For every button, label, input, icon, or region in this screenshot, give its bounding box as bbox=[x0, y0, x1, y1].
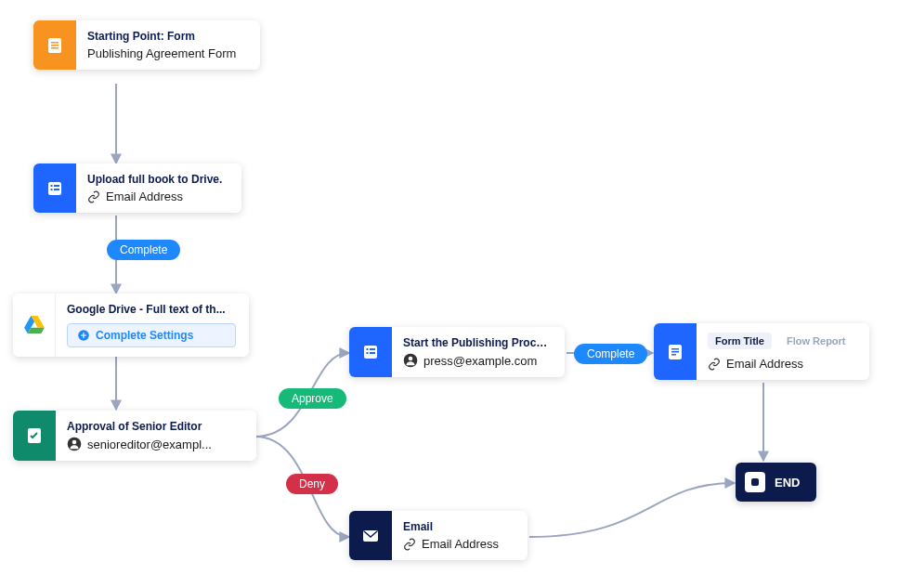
badge-complete-2: Complete bbox=[574, 344, 647, 364]
link-icon bbox=[87, 190, 100, 203]
publish-title: Start the Publishing Process bbox=[403, 336, 552, 349]
svg-rect-3 bbox=[51, 47, 59, 49]
approval-user: senioreditor@exampl... bbox=[87, 438, 212, 451]
upload-title: Upload full book to Drive. bbox=[87, 173, 222, 186]
user-icon bbox=[403, 353, 418, 368]
end-label: END bbox=[775, 476, 800, 490]
svg-rect-5 bbox=[51, 185, 53, 187]
form-icon bbox=[33, 20, 76, 70]
plus-circle-icon bbox=[77, 329, 90, 342]
task-icon bbox=[33, 163, 76, 213]
node-approval[interactable]: Approval of Senior Editor senioreditor@e… bbox=[13, 411, 256, 461]
approval-icon bbox=[13, 411, 56, 461]
svg-point-19 bbox=[409, 357, 413, 361]
drive-title: Google Drive - Full text of th... bbox=[67, 303, 236, 316]
workflow-canvas[interactable]: Starting Point: Form Publishing Agreemen… bbox=[0, 0, 899, 588]
node-upload[interactable]: Upload full book to Drive. Email Address bbox=[33, 163, 241, 213]
approval-title: Approval of Senior Editor bbox=[67, 420, 212, 433]
svg-rect-22 bbox=[671, 351, 679, 353]
stop-icon bbox=[745, 472, 765, 492]
svg-rect-23 bbox=[671, 354, 676, 356]
svg-rect-2 bbox=[51, 45, 59, 46]
svg-rect-7 bbox=[51, 189, 53, 190]
svg-rect-1 bbox=[51, 42, 59, 44]
upload-link-label: Email Address bbox=[106, 189, 183, 203]
tag-flow-report[interactable]: Flow Report bbox=[779, 333, 853, 349]
user-icon bbox=[67, 437, 82, 451]
report-link-label: Email Address bbox=[726, 357, 803, 371]
email-title: Email bbox=[403, 520, 499, 533]
start-title: Starting Point: Form bbox=[87, 30, 236, 43]
email-link-label: Email Address bbox=[422, 537, 499, 551]
svg-point-12 bbox=[72, 440, 77, 445]
svg-rect-15 bbox=[370, 348, 375, 350]
settings-button-label: Complete Settings bbox=[96, 329, 193, 342]
svg-rect-21 bbox=[671, 348, 679, 350]
link-icon bbox=[708, 358, 721, 371]
node-start-form[interactable]: Starting Point: Form Publishing Agreemen… bbox=[33, 20, 260, 70]
report-icon bbox=[654, 323, 697, 380]
svg-rect-6 bbox=[54, 185, 59, 187]
badge-approve: Approve bbox=[279, 388, 346, 409]
tag-form-title[interactable]: Form Title bbox=[708, 333, 772, 349]
link-icon bbox=[403, 538, 416, 551]
svg-rect-17 bbox=[370, 352, 375, 354]
badge-deny: Deny bbox=[286, 474, 338, 494]
node-end[interactable]: END bbox=[736, 463, 816, 502]
badge-complete-1: Complete bbox=[107, 240, 180, 260]
svg-rect-16 bbox=[367, 352, 369, 354]
publish-user: press@example.com bbox=[423, 354, 537, 368]
complete-settings-button[interactable]: Complete Settings bbox=[67, 323, 236, 347]
email-icon bbox=[349, 511, 392, 560]
google-drive-icon bbox=[13, 294, 56, 357]
svg-rect-8 bbox=[54, 189, 59, 190]
node-email[interactable]: Email Email Address bbox=[349, 511, 528, 560]
svg-rect-14 bbox=[367, 348, 369, 350]
node-google-drive[interactable]: Google Drive - Full text of th... Comple… bbox=[13, 294, 249, 357]
start-subtitle: Publishing Agreement Form bbox=[87, 46, 236, 60]
node-report[interactable]: Form Title Flow Report Email Address bbox=[654, 323, 869, 380]
report-tags: Form Title Flow Report bbox=[708, 333, 853, 349]
task-icon bbox=[349, 327, 392, 377]
node-publish[interactable]: Start the Publishing Process press@examp… bbox=[349, 327, 565, 377]
